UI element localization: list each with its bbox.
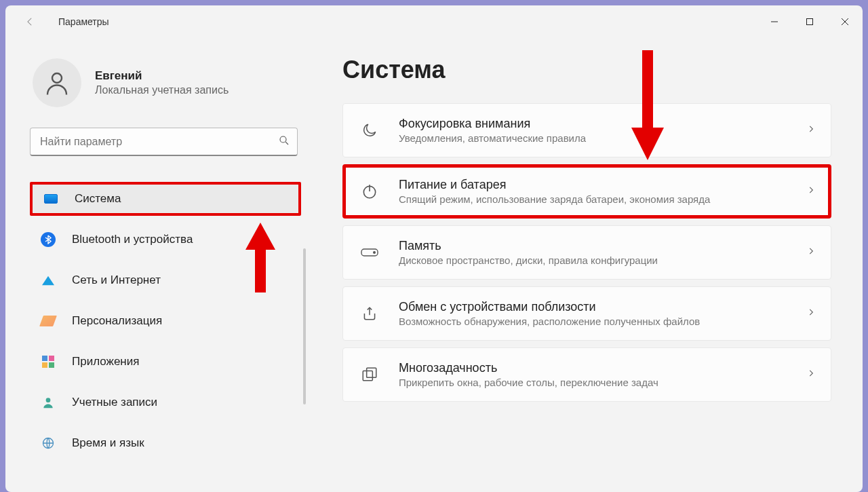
person-icon: [43, 69, 71, 97]
back-button[interactable]: [18, 10, 42, 34]
svg-rect-1: [807, 19, 813, 25]
sidebar-item-label: Система: [75, 192, 121, 206]
sidebar-item-bluetooth[interactable]: Bluetooth и устройства: [30, 223, 301, 257]
sidebar-item-label: Учетные записи: [72, 396, 157, 409]
card-power-battery[interactable]: Питание и батарея Спящий режим, использо…: [342, 164, 831, 219]
maximize-button[interactable]: [792, 8, 827, 35]
storage-icon: [358, 246, 381, 259]
svg-point-2: [52, 73, 62, 83]
search-icon: [278, 134, 290, 149]
moon-icon: [358, 121, 381, 139]
sidebar-item-apps[interactable]: Приложения: [30, 345, 301, 379]
svg-rect-13: [367, 368, 376, 377]
card-title: Память: [399, 239, 806, 253]
profile-account-type: Локальная учетная запись: [95, 84, 229, 96]
sidebar-item-label: Приложения: [72, 355, 139, 368]
card-subtitle: Уведомления, автоматические правила: [399, 132, 806, 144]
sidebar-scrollbar[interactable]: [303, 248, 306, 404]
bluetooth-icon: [39, 232, 57, 247]
chevron-right-icon: [806, 246, 816, 259]
card-title: Многозадачность: [399, 361, 806, 375]
card-focus-assist[interactable]: Фокусировка внимания Уведомления, автома…: [342, 103, 831, 157]
titlebar: Параметры: [5, 5, 863, 38]
globe-clock-icon: [39, 436, 57, 450]
card-subtitle: Спящий режим, использование заряда батар…: [399, 193, 806, 205]
apps-grid-icon: [39, 356, 57, 368]
paintbrush-icon: [39, 316, 57, 326]
svg-point-3: [280, 136, 286, 143]
svg-point-10: [374, 252, 376, 254]
accounts-icon: [39, 396, 57, 409]
wifi-icon: [39, 274, 57, 286]
card-text: Память Дисковое пространство, диски, пра…: [399, 239, 806, 266]
multitask-icon: [358, 366, 381, 383]
card-text: Многозадачность Прикрепить окна, рабочие…: [399, 361, 806, 388]
card-text: Фокусировка внимания Уведомления, автома…: [399, 117, 806, 144]
chevron-right-icon: [806, 124, 816, 136]
sidebar-item-time[interactable]: Время и язык: [30, 426, 301, 460]
body: Евгений Локальная учетная запись Система: [5, 38, 863, 492]
svg-line-4: [285, 142, 288, 145]
share-icon: [358, 305, 381, 322]
maximize-icon: [806, 18, 814, 26]
profile-text: Евгений Локальная учетная запись: [95, 69, 229, 96]
card-subtitle: Возможность обнаружения, расположение по…: [399, 316, 806, 327]
window-controls: [757, 8, 863, 35]
sidebar: Евгений Локальная учетная запись Система: [5, 38, 307, 492]
card-title: Обмен с устройствами поблизости: [399, 300, 806, 314]
settings-window: Параметры Евгений Локальная учетная за: [5, 5, 863, 492]
sidebar-item-label: Сеть и Интернет: [72, 273, 161, 287]
settings-cards: Фокусировка внимания Уведомления, автома…: [342, 103, 831, 402]
card-multitasking[interactable]: Многозадачность Прикрепить окна, рабочие…: [342, 347, 831, 402]
sidebar-nav: Система Bluetooth и устройства Сеть и Ин…: [30, 182, 301, 467]
sidebar-item-accounts[interactable]: Учетные записи: [30, 385, 301, 419]
card-text: Питание и батарея Спящий режим, использо…: [399, 178, 806, 205]
card-storage[interactable]: Память Дисковое пространство, диски, пра…: [342, 225, 831, 280]
svg-rect-12: [363, 371, 372, 381]
card-nearby-sharing[interactable]: Обмен с устройствами поблизости Возможно…: [342, 286, 831, 341]
sidebar-item-label: Bluetooth и устройства: [72, 233, 193, 246]
sidebar-item-personalization[interactable]: Персонализация: [30, 304, 301, 338]
main-content: Система Фокусировка внимания Уведомления…: [307, 38, 863, 492]
card-title: Питание и батарея: [399, 178, 806, 192]
chevron-right-icon: [806, 307, 816, 320]
sidebar-item-label: Время и язык: [72, 436, 144, 450]
close-icon: [841, 18, 849, 26]
sidebar-item-label: Персонализация: [72, 314, 162, 328]
chevron-right-icon: [806, 185, 816, 197]
display-icon: [42, 194, 60, 204]
avatar: [33, 58, 81, 107]
svg-point-5: [46, 398, 51, 402]
sidebar-item-network[interactable]: Сеть и Интернет: [30, 263, 301, 297]
power-icon: [358, 183, 381, 200]
minimize-button[interactable]: [757, 8, 792, 35]
profile-block[interactable]: Евгений Локальная учетная запись: [30, 58, 307, 107]
profile-name: Евгений: [95, 69, 229, 83]
card-title: Фокусировка внимания: [399, 117, 806, 131]
minimize-icon: [770, 18, 778, 26]
card-text: Обмен с устройствами поблизости Возможно…: [399, 300, 806, 327]
close-button[interactable]: [827, 8, 863, 35]
card-subtitle: Прикрепить окна, рабочие столы, переключ…: [399, 377, 806, 388]
chevron-right-icon: [806, 368, 816, 381]
sidebar-item-system[interactable]: Система: [30, 182, 301, 216]
card-subtitle: Дисковое пространство, диски, правила ко…: [399, 254, 806, 266]
search-box[interactable]: [30, 128, 298, 156]
search-input[interactable]: [40, 136, 278, 148]
arrow-left-icon: [24, 16, 36, 28]
window-title: Параметры: [58, 16, 109, 27]
page-heading: Система: [342, 56, 831, 84]
